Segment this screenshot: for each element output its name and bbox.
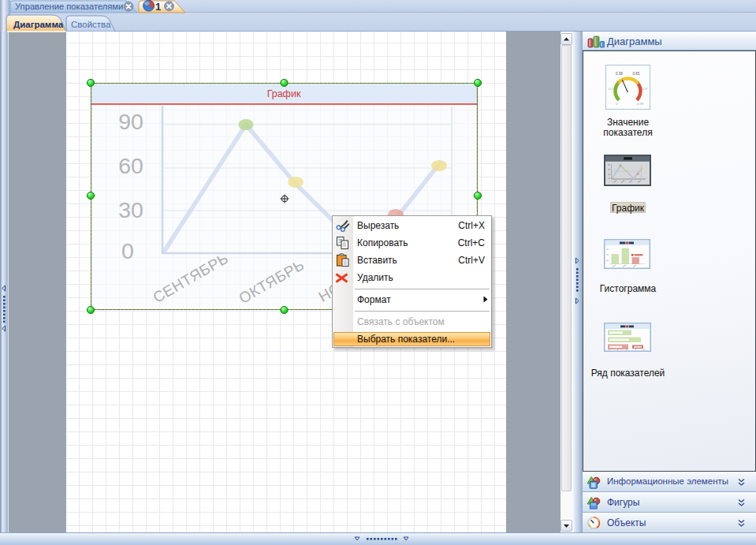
svg-text:0,65: 0,65 [633, 72, 640, 76]
svg-text:0,99: 0,99 [637, 102, 644, 106]
svg-text:0,38: 0,38 [616, 72, 623, 76]
svg-text:Свойства: Свойства [71, 20, 111, 29]
svg-text:0,8: 0,8 [642, 87, 647, 91]
svg-text:0,2: 0,2 [609, 87, 613, 91]
svg-text:Управление показателями: Управление показателями [15, 2, 123, 11]
svg-text:1: 1 [155, 1, 161, 13]
svg-text:Диаграмма: Диаграмма [13, 20, 64, 29]
svg-text:0: 0 [616, 102, 618, 106]
